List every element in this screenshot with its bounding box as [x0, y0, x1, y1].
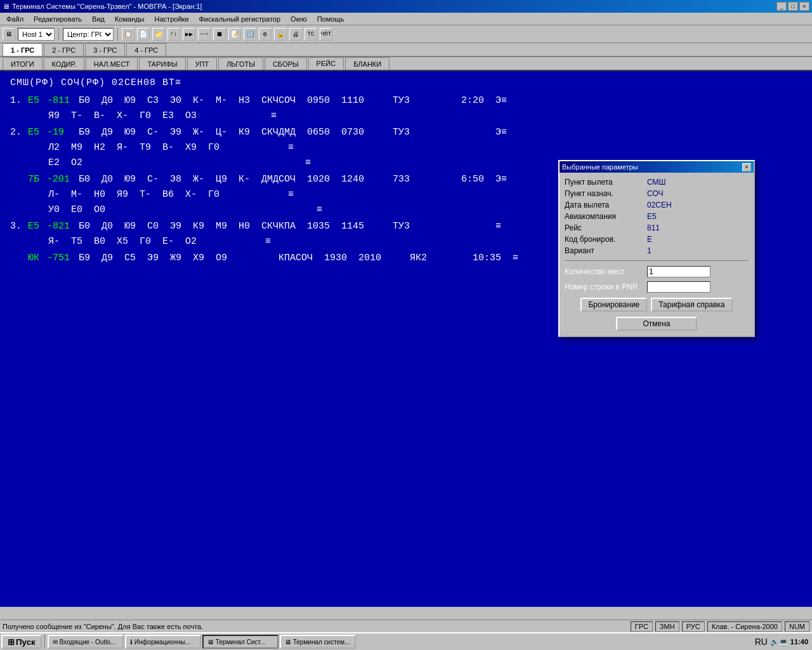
host-select[interactable]: Host 1 [18, 28, 55, 41]
flight-airline-2: Е5 [28, 125, 47, 140]
dialog-titlebar: Выбранные параметры × [560, 161, 754, 173]
menu-window[interactable]: Окно [287, 14, 311, 24]
toolbar-sep2 [117, 28, 118, 41]
toolbar-icon10[interactable]: ⚙ [259, 28, 272, 41]
tab1-grs3[interactable]: 3 - ГРС [85, 43, 125, 56]
status-badges: ГРС ЗМН РУС Клав. - Сирена-2000 NUM [631, 621, 809, 632]
start-label: Пуск [16, 637, 36, 647]
toolbar-icon13[interactable]: ТС [304, 28, 317, 41]
tray-lang: RU [755, 637, 768, 647]
dialog-field-6: Вариант 1 [565, 246, 749, 255]
toolbar-icon5[interactable]: ▶▶ [183, 28, 195, 41]
taskbar-app3[interactable]: 🖥 Терминал Сист... [202, 635, 278, 649]
close-button[interactable]: × [799, 2, 809, 11]
tab2-kodir[interactable]: КОДИР. [44, 57, 84, 70]
tab2-upt[interactable]: УПТ [187, 57, 218, 70]
flight-cont-data-2a: Л2 М9 Н2 Я- Т9 В- Х9 Г0 ≡ [48, 140, 294, 156]
dialog-field-0: Пункт вылета СМШ [565, 178, 749, 187]
tab2-blanki[interactable]: БЛАНКИ [345, 57, 390, 70]
tariff-button[interactable]: Тарифная справка [651, 298, 732, 312]
titlebar-controls: _ □ × [776, 2, 809, 11]
dialog-selected-params: Выбранные параметры × Пункт вылета СМШ П… [558, 160, 755, 337]
maximize-button[interactable]: □ [788, 2, 798, 11]
menu-commands[interactable]: Команды [111, 14, 148, 24]
menu-view[interactable]: Вид [88, 14, 108, 24]
dialog-body: Пункт вылета СМШ Пункт назнач. СОЧ Дата … [560, 173, 754, 336]
taskbar-app1[interactable]: ✉ Входящие - Outlo... [48, 635, 124, 649]
statusbar: Получено сообщение из "Сирены". Для Вас … [0, 620, 812, 632]
dialog-label-3: Авиакомпания [565, 212, 647, 221]
dialog-label-0: Пункт вылета [565, 178, 647, 187]
toolbar-icon11[interactable]: 🔒 [274, 28, 287, 41]
row-num-3: 3. [10, 219, 28, 234]
toolbar-icon8[interactable]: 📝 [228, 28, 241, 41]
flight-row-2[interactable]: 2. Е5 -19 Б9 Д9 Ю9 С- Э9 Ж- Ц- К9 СКЧДМД… [10, 125, 802, 140]
app-icon: 🖥 [3, 3, 10, 10]
toolbar-icon9[interactable]: 🔢 [244, 28, 256, 41]
tab1-grs1[interactable]: 1 - ГРС [3, 43, 43, 56]
booking-button[interactable]: Бронирование [580, 298, 647, 312]
menu-fiscal[interactable]: Фискальный регистратор [195, 14, 285, 24]
pnr-row-input[interactable] [647, 281, 710, 293]
toolbar-icon2[interactable]: 📄 [137, 28, 150, 41]
toolbar-icon14[interactable]: ЧПТ [320, 28, 332, 41]
menu-edit[interactable]: Редактировать [30, 14, 86, 24]
taskbar-app2[interactable]: ℹ Информационны... [125, 635, 201, 649]
center-select[interactable]: Центр: ГРС [63, 28, 114, 41]
tab2-reys[interactable]: РЕЙС [308, 57, 344, 70]
dialog-field-3: Авиакомпания Е5 [565, 212, 749, 221]
flight-num-7b: -201 [47, 172, 79, 187]
row-num-7b [10, 172, 28, 187]
tray-icons: 🔊💻 [770, 638, 788, 646]
menu-settings[interactable]: Настройки [151, 14, 193, 24]
menu-file[interactable]: Файл [3, 14, 27, 24]
menubar: Файл Редактировать Вид Команды Настройки… [0, 13, 812, 25]
toolbar-icon7[interactable]: ⏹ [213, 28, 226, 41]
row-num-2: 2. [10, 125, 28, 140]
tab1-grs4[interactable]: 4 - ГРС [126, 43, 166, 56]
flight-airline-7b: 7Б [28, 172, 47, 187]
tab2-lgoty[interactable]: ЛЬГОТЫ [218, 57, 263, 70]
titlebar: 🖥 Терминал Системы "Сирена-Трэвел" - МОВ… [0, 0, 812, 13]
menu-help[interactable]: Помощь [313, 14, 348, 24]
dialog-close-button[interactable]: × [742, 163, 751, 171]
toolbar-sep1 [58, 28, 59, 41]
toolbar-icon-small[interactable]: 🖥 [3, 28, 15, 41]
badge-num: NUM [785, 621, 809, 632]
dialog-title-text: Выбранные параметры [562, 163, 638, 171]
toolbar-icon6[interactable]: ←→ [198, 28, 211, 41]
tab2-sbory[interactable]: СБОРЫ [265, 57, 307, 70]
app4-icon: 🖥 [285, 639, 291, 646]
start-icon: ⊞ [8, 637, 15, 647]
tab2-nalmest[interactable]: НАЛ.МЕСТ [86, 57, 138, 70]
toolbar-icon4[interactable]: ↑↓ [167, 28, 180, 41]
start-button[interactable]: ⊞ Пуск [1, 635, 42, 649]
dialog-value-0: СМШ [647, 178, 666, 187]
dialog-divider [565, 260, 749, 261]
flight-num-3: -821 [47, 219, 79, 234]
taskbar-sep [44, 635, 45, 649]
taskbar-app4[interactable]: 🖥 Терминал систем... [280, 635, 356, 649]
clock: 11:40 [790, 638, 808, 646]
toolbar-icon12[interactable]: 🖨 [289, 28, 302, 41]
flight-row-1[interactable]: 1. Е5 -811 Б0 Д0 Ю9 С3 Э0 К- М- Н3 СКЧСО… [10, 93, 802, 109]
flight-header: СМШ(РФ) СОЧ(РФ) 02СЕН08 ВТ≡ [10, 77, 802, 88]
tab2-itogi[interactable]: ИТОГИ [3, 57, 43, 70]
minimize-button[interactable]: _ [776, 2, 787, 11]
taskbar-tray: RU 🔊💻 11:40 [755, 637, 811, 647]
toolbar-icon3[interactable]: 📁 [152, 28, 165, 41]
seats-input[interactable] [647, 266, 710, 277]
app3-label: Терминал Сист... [216, 639, 265, 646]
flight-data-3: Б0 Д0 Ю9 С0 Э9 К9 М9 Н0 СКЧКПА 1035 1145… [79, 219, 501, 234]
tab1-grs2[interactable]: 2 - ГРС [44, 43, 84, 56]
badge-rus: РУС [682, 621, 705, 632]
row-num-1: 1. [10, 93, 28, 109]
dialog-input-row-0: Количество мест [565, 266, 749, 277]
app2-icon: ℹ [130, 639, 133, 646]
dialog-action-buttons: Бронирование Тарифная справка [565, 298, 749, 312]
cancel-button[interactable]: Отмена [616, 317, 697, 331]
flight-cont-data-1: Я9 Т- В- Х- Г0 Е3 О3 ≡ [48, 109, 277, 124]
toolbar-icon1[interactable]: 📋 [122, 28, 134, 41]
tab2-tarify[interactable]: ТАРИФЫ [139, 57, 185, 70]
flight-cont-1: Я9 Т- В- Х- Г0 Е3 О3 ≡ [10, 109, 802, 124]
